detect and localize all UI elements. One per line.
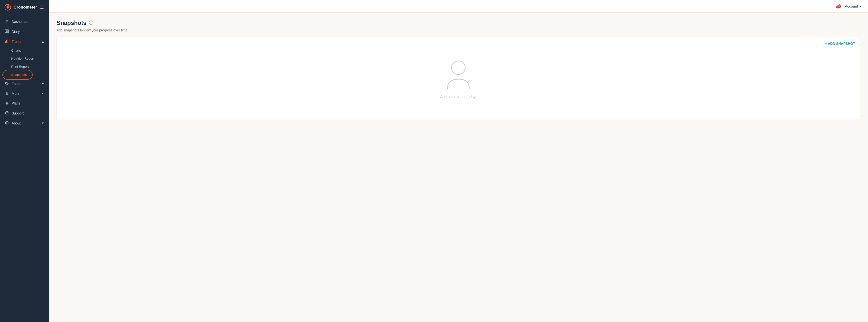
svg-rect-10 bbox=[7, 39, 8, 43]
dashboard-icon: ⊞ bbox=[4, 20, 9, 24]
snapshot-card: + ADD SNAPSHOT Add a snapshot today! bbox=[57, 37, 860, 120]
page-subtitle: Add snapshots to view your progress over… bbox=[57, 28, 860, 32]
sidebar-item-label: Dashboard bbox=[12, 20, 29, 24]
sidebar-item-label: Trends bbox=[12, 40, 22, 43]
sidebar-item-trends[interactable]: Trends ▲ bbox=[0, 36, 49, 46]
svg-rect-8 bbox=[5, 41, 6, 43]
svg-rect-9 bbox=[6, 40, 7, 43]
sidebar-item-plans[interactable]: ◎ Plans bbox=[0, 98, 49, 108]
print-report-label: Print Report bbox=[11, 65, 29, 68]
sidebar-nav: ⊞ Dashboard Diary bbox=[0, 15, 49, 322]
about-label: About bbox=[12, 121, 21, 125]
diary-icon bbox=[4, 29, 9, 34]
empty-state-text: Add a snapshot today! bbox=[440, 95, 476, 99]
main-content: 📣 Account ▼ Snapshots ? Add snapshots to… bbox=[49, 0, 868, 322]
add-snapshot-button[interactable]: + ADD SNAPSHOT bbox=[825, 42, 855, 45]
account-label: Account bbox=[845, 4, 858, 8]
about-icon: i bbox=[4, 121, 9, 125]
foods-label: Foods bbox=[12, 82, 21, 86]
empty-avatar-icon bbox=[445, 59, 472, 90]
sidebar: Cronometer ☰ ⊞ Dashboard Diary bbox=[0, 0, 49, 322]
svg-text:?: ? bbox=[6, 111, 8, 114]
account-chevron-icon: ▼ bbox=[859, 5, 862, 8]
help-icon[interactable]: ? bbox=[89, 21, 93, 26]
charts-label: Charts bbox=[11, 49, 21, 52]
support-icon: ? bbox=[4, 111, 9, 116]
foods-chevron-icon: ▼ bbox=[41, 82, 44, 86]
sidebar-item-more[interactable]: ⊕ More ▼ bbox=[0, 89, 49, 98]
sidebar-item-dashboard[interactable]: ⊞ Dashboard bbox=[0, 17, 49, 27]
sidebar-sub-item-snapshots[interactable]: Snapshots bbox=[0, 71, 49, 79]
sidebar-item-label: Diary bbox=[12, 30, 20, 34]
svg-point-11 bbox=[5, 82, 8, 85]
snapshots-label: Snapshots bbox=[11, 73, 27, 76]
more-label: More bbox=[12, 92, 20, 95]
top-header: 📣 Account ▼ bbox=[49, 0, 868, 13]
trends-chevron-icon: ▲ bbox=[41, 40, 44, 43]
svg-point-18 bbox=[452, 61, 465, 74]
empty-state: Add a snapshot today! bbox=[63, 42, 854, 115]
support-label: Support bbox=[12, 111, 24, 115]
trends-icon bbox=[4, 39, 9, 44]
svg-point-1 bbox=[7, 6, 9, 8]
app-name: Cronometer bbox=[13, 5, 37, 10]
sidebar-item-about[interactable]: i About ▼ bbox=[0, 118, 49, 128]
sidebar-logo: Cronometer ☰ bbox=[0, 0, 49, 15]
hamburger-button[interactable]: ☰ bbox=[39, 4, 44, 10]
about-chevron-icon: ▼ bbox=[41, 122, 44, 125]
foods-icon bbox=[4, 82, 9, 86]
notification-icon[interactable]: 📣 bbox=[835, 3, 841, 9]
sidebar-sub-item-print-report[interactable]: Print Report bbox=[0, 63, 49, 71]
more-icon: ⊕ bbox=[4, 91, 9, 96]
page-title-row: Snapshots ? bbox=[57, 20, 860, 26]
sidebar-item-diary[interactable]: Diary bbox=[0, 27, 49, 36]
page-title: Snapshots bbox=[57, 20, 87, 26]
plans-icon: ◎ bbox=[4, 101, 9, 105]
plans-label: Plans bbox=[12, 101, 20, 105]
page-content: Snapshots ? Add snapshots to view your p… bbox=[49, 13, 868, 322]
nutrition-report-label: Nutrition Report bbox=[11, 57, 34, 60]
sidebar-sub-item-charts[interactable]: Charts bbox=[0, 46, 49, 55]
svg-text:?: ? bbox=[90, 21, 92, 24]
svg-line-3 bbox=[8, 5, 9, 6]
sidebar-item-foods[interactable]: Foods ▼ bbox=[0, 79, 49, 89]
account-button[interactable]: Account ▼ bbox=[845, 4, 862, 8]
sidebar-item-support[interactable]: ? Support bbox=[0, 108, 49, 118]
sidebar-sub-item-nutrition-report[interactable]: Nutrition Report bbox=[0, 55, 49, 63]
more-chevron-icon: ▼ bbox=[41, 92, 44, 95]
cronometer-logo-icon bbox=[4, 4, 11, 11]
svg-text:i: i bbox=[6, 122, 7, 124]
